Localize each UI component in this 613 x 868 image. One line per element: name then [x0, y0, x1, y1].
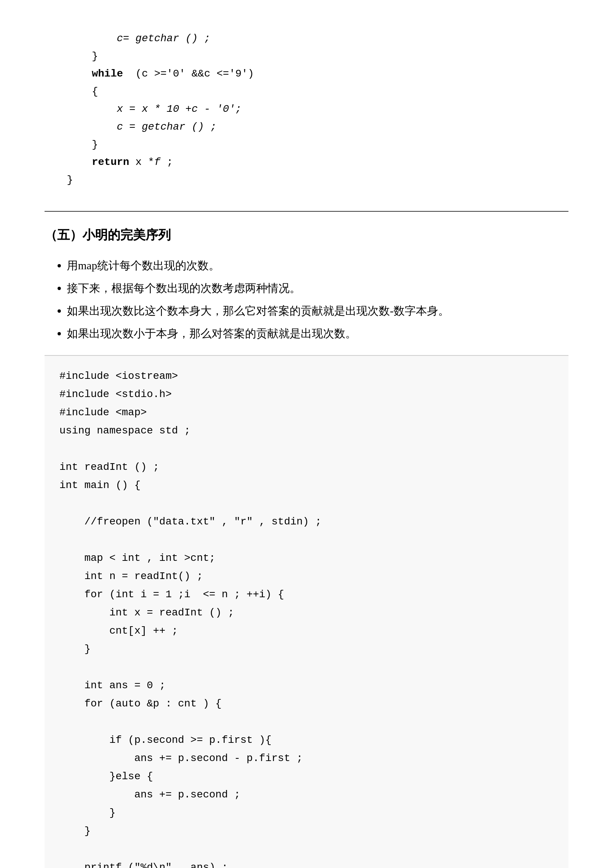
- section-divider-1: [45, 211, 568, 212]
- bullet-item-1: 用map统计每个数出现的次数。: [67, 255, 568, 276]
- main-code-block: #include <iostream> #include <stdio.h> #…: [45, 355, 568, 868]
- bullet-item-2: 接下来，根据每个数出现的次数考虑两种情况。: [67, 277, 568, 299]
- bullet-item-4: 如果出现次数小于本身，那么对答案的贡献就是出现次数。: [67, 323, 568, 344]
- bullet-item-3: 如果出现次数比这个数本身大，那么它对答案的贡献就是出现次数-数字本身。: [67, 300, 568, 321]
- top-code-block: c= getchar () ; } while (c >='0' &&c <='…: [45, 22, 568, 196]
- section-title: （五）小明的完美序列: [45, 226, 568, 243]
- bullet-list: 用map统计每个数出现的次数。 接下来，根据每个数出现的次数考虑两种情况。 如果…: [45, 255, 568, 344]
- code-line-1: c= getchar () ; } while (c >='0' &&c <='…: [67, 33, 254, 186]
